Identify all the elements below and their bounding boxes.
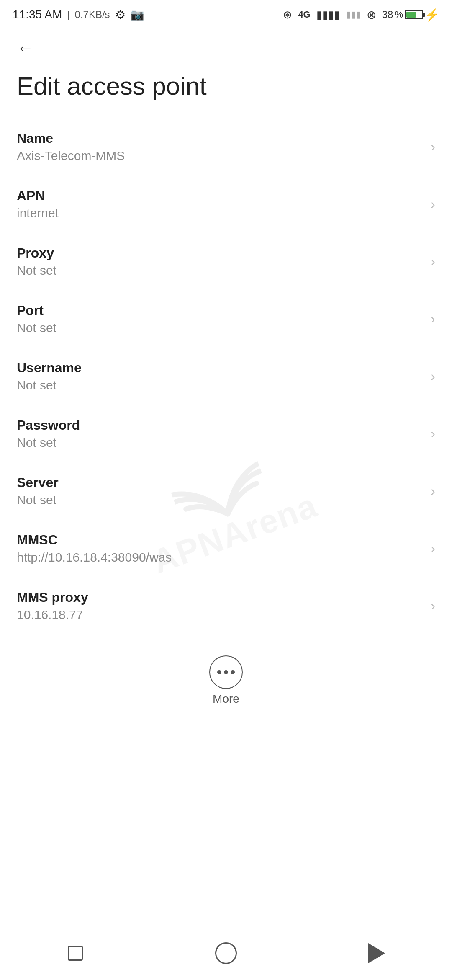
list-item[interactable]: Name Axis-Telecom-MMS › xyxy=(0,118,452,175)
bluetooth-icon: ⊛ xyxy=(283,8,292,21)
item-content-port: Port Not set xyxy=(17,303,422,335)
item-content-name: Name Axis-Telecom-MMS xyxy=(17,131,422,163)
list-item[interactable]: Proxy Not set › xyxy=(0,233,452,290)
list-item[interactable]: Password Not set › xyxy=(0,405,452,462)
chevron-right-icon: › xyxy=(431,426,435,441)
item-value-mms-proxy: 10.16.18.77 xyxy=(17,608,422,622)
battery-container: 38 % ⚡ xyxy=(382,8,439,22)
chevron-right-icon: › xyxy=(431,483,435,499)
item-label-port: Port xyxy=(17,303,422,318)
item-label-mmsc: MMSC xyxy=(17,532,422,548)
item-label-server: Server xyxy=(17,475,422,490)
battery-icon xyxy=(405,10,423,19)
chevron-right-icon: › xyxy=(431,311,435,327)
item-label-apn: APN xyxy=(17,188,422,204)
item-value-apn: internet xyxy=(17,206,422,220)
item-content-proxy: Proxy Not set xyxy=(17,245,422,278)
item-value-server: Not set xyxy=(17,493,422,507)
more-button-area: More xyxy=(0,634,452,722)
list-item[interactable]: APN internet › xyxy=(0,175,452,233)
dot-3 xyxy=(231,670,235,674)
camera-icon: 📷 xyxy=(131,8,144,21)
dot-2 xyxy=(224,670,228,674)
list-item[interactable]: Server Not set › xyxy=(0,462,452,520)
item-value-port: Not set xyxy=(17,321,422,335)
item-content-mmsc: MMSC http://10.16.18.4:38090/was xyxy=(17,532,422,565)
item-content-server: Server Not set xyxy=(17,475,422,507)
top-nav: ← xyxy=(0,29,452,67)
list-item[interactable]: MMSC http://10.16.18.4:38090/was › xyxy=(0,520,452,577)
more-circle-icon xyxy=(209,655,243,689)
back-nav-button[interactable] xyxy=(360,936,393,970)
item-label-username: Username xyxy=(17,360,422,376)
chevron-right-icon: › xyxy=(431,541,435,556)
signal-4g-icon: 4G xyxy=(298,9,310,20)
back-button[interactable]: ← xyxy=(13,36,38,61)
list-item[interactable]: MMS proxy 10.16.18.77 › xyxy=(0,577,452,634)
item-value-username: Not set xyxy=(17,378,422,392)
battery-percent: 38 xyxy=(382,9,393,21)
data-speed: 0.7KB/s xyxy=(75,9,110,21)
battery-fill xyxy=(406,12,416,18)
item-label-mms-proxy: MMS proxy xyxy=(17,590,422,605)
chevron-right-icon: › xyxy=(431,196,435,212)
item-label-password: Password xyxy=(17,418,422,433)
dot-1 xyxy=(217,670,221,674)
status-right: ⊛ 4G ▮▮▮▮ ▮▮▮ ⊗ 38 % ⚡ xyxy=(283,8,439,22)
time-display: 11:35 AM xyxy=(13,8,62,21)
bottom-nav xyxy=(0,926,452,980)
chevron-right-icon: › xyxy=(431,369,435,384)
list-item[interactable]: Username Not set › xyxy=(0,348,452,405)
chevron-right-icon: › xyxy=(431,139,435,155)
item-content-apn: APN internet xyxy=(17,188,422,220)
item-label-name: Name xyxy=(17,131,422,146)
status-left: 11:35 AM | 0.7KB/s ⚙ 📷 xyxy=(13,8,144,22)
item-content-mms-proxy: MMS proxy 10.16.18.77 xyxy=(17,590,422,622)
chevron-right-icon: › xyxy=(431,254,435,269)
status-bar: 11:35 AM | 0.7KB/s ⚙ 📷 ⊛ 4G ▮▮▮▮ ▮▮▮ ⊗ 3… xyxy=(0,0,452,29)
charging-icon: ⚡ xyxy=(425,8,439,22)
item-value-name: Axis-Telecom-MMS xyxy=(17,149,422,163)
item-content-username: Username Not set xyxy=(17,360,422,392)
recent-apps-icon xyxy=(68,946,83,961)
item-value-proxy: Not set xyxy=(17,263,422,278)
home-button[interactable] xyxy=(209,936,243,970)
network-speed: | xyxy=(67,9,69,21)
more-button[interactable]: More xyxy=(201,647,251,714)
list-item[interactable]: Port Not set › xyxy=(0,290,452,348)
back-arrow-icon: ← xyxy=(16,38,34,58)
recent-apps-button[interactable] xyxy=(59,936,92,970)
page-title: Edit access point xyxy=(0,67,452,118)
main-content: 11:35 AM | 0.7KB/s ⚙ 📷 ⊛ 4G ▮▮▮▮ ▮▮▮ ⊗ 3… xyxy=(0,0,452,926)
item-label-proxy: Proxy xyxy=(17,245,422,261)
chevron-right-icon: › xyxy=(431,598,435,614)
wifi-icon: ⊗ xyxy=(367,8,376,22)
item-content-password: Password Not set xyxy=(17,418,422,450)
signal-bars2-icon: ▮▮▮ xyxy=(346,9,361,20)
item-value-password: Not set xyxy=(17,436,422,450)
home-icon xyxy=(215,942,237,964)
settings-icon: ⚙ xyxy=(115,8,126,22)
more-dots xyxy=(217,670,235,674)
more-label: More xyxy=(213,692,239,706)
back-nav-icon xyxy=(368,943,385,963)
signal-bars-icon: ▮▮▮▮ xyxy=(316,8,340,21)
settings-list: Name Axis-Telecom-MMS › APN internet › P… xyxy=(0,118,452,634)
item-value-mmsc: http://10.16.18.4:38090/was xyxy=(17,550,422,565)
